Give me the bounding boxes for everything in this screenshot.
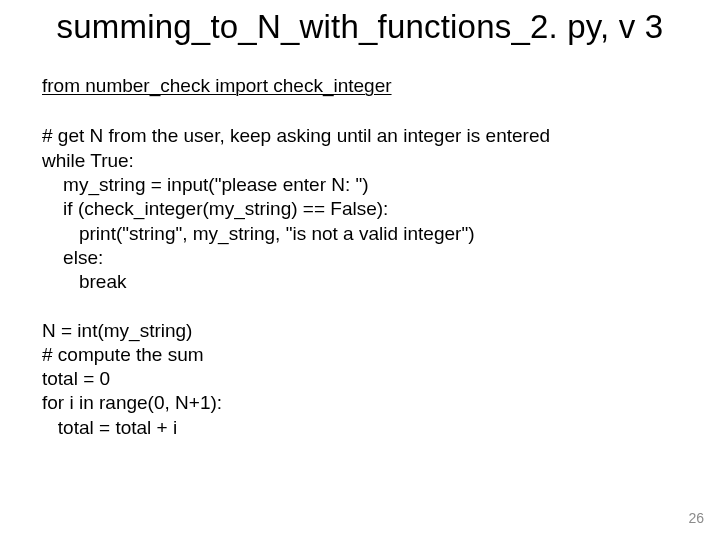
code-block-sum: N = int(my_string) # compute the sum tot… xyxy=(42,319,678,441)
slide-content: from number_check import check_integer #… xyxy=(42,74,678,440)
slide: summing_to_N_with_functions_2. py, v 3 f… xyxy=(0,0,720,540)
blank-line xyxy=(42,295,678,319)
code-block-loop: # get N from the user, keep asking until… xyxy=(42,124,678,294)
page-number: 26 xyxy=(688,510,704,526)
import-statement: from number_check import check_integer xyxy=(42,74,678,98)
slide-title: summing_to_N_with_functions_2. py, v 3 xyxy=(0,8,720,46)
